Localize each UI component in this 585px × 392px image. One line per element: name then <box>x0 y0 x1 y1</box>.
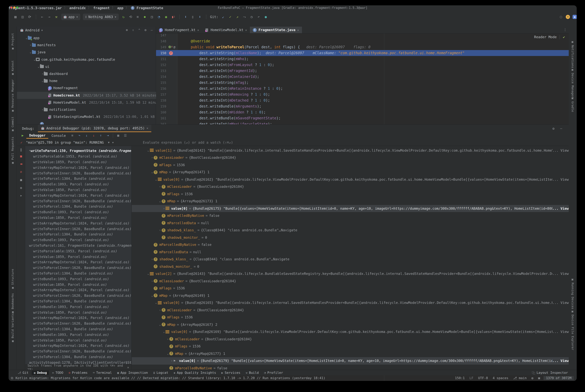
toolbar-item-debug[interactable]: ●Debug <box>32 370 49 375</box>
forward-icon[interactable]: → <box>47 14 51 19</box>
variable-row[interactable]: mParcelledByNative=false <box>132 241 569 248</box>
stack-frame[interactable]: writeToParcelInner:1620, BaseBundle(andr… <box>25 265 131 271</box>
tool-windows-icon[interactable]: ⧉ <box>11 376 13 380</box>
notifications-icon[interactable]: ▣ <box>537 376 541 380</box>
tab-homeviewmodel-kt[interactable]: HomeViewModel.kt✕ <box>202 27 250 33</box>
apply-code-changes-icon[interactable]: ≡ <box>135 14 140 19</box>
variable-row[interactable]: mParcelledByNative=false <box>132 364 569 370</box>
git-update-icon[interactable]: ↙ <box>221 14 225 19</box>
variable-row[interactable]: mFlags=1536 <box>132 161 569 168</box>
stack-frame[interactable]: writeValue:1859, Parcel(android.os) <box>25 159 131 165</box>
variable-row[interactable]: shadow$_monitor_=0 <box>132 263 569 270</box>
stack-frame[interactable]: writeArrayMapInternal:1024, Parcel(andro… <box>25 193 131 198</box>
sidebar-item-resource-manager[interactable]: ▣Resource Manager <box>10 79 14 112</box>
sidebar-item-structure[interactable]: ▣Structure <box>10 269 14 290</box>
stack-frame[interactable]: writeValue:1859, Parcel(android.os) <box>25 254 131 260</box>
close-icon[interactable]: ✕ <box>127 365 129 369</box>
run-to-cursor-icon[interactable]: ⇥ <box>105 134 111 138</box>
stack-frame[interactable]: writeBundle:1093, Parcel(android.os) <box>25 332 131 338</box>
toolbar-item-problems[interactable]: ⊖Problems <box>67 370 90 375</box>
tree-item-dashboard[interactable]: ›dashboard <box>17 70 156 77</box>
git-commit-icon[interactable]: ✓ <box>228 14 233 19</box>
update-icon[interactable]: ⬆ <box>566 15 570 19</box>
view-link[interactable]: ... View <box>552 359 569 363</box>
tab-homefragment-kt[interactable]: CHomeFragment.kt✕ <box>156 27 202 33</box>
tab-debugger[interactable]: Debugger <box>26 132 48 138</box>
expand-all-icon[interactable]: ⇳ <box>131 28 135 32</box>
close-icon[interactable]: ✕ <box>297 28 299 32</box>
run-config-select[interactable]: 🤖app▾ <box>61 14 80 20</box>
git-push-icon[interactable]: ↗ <box>235 14 240 19</box>
open-icon[interactable]: ▤ <box>13 14 17 19</box>
stack-frame[interactable]: writeValue:1850, Parcel(android.os) <box>25 337 131 343</box>
variable-row[interactable]: ⌄value[0]={Bundle@26162} "Bundle[{androi… <box>132 176 569 183</box>
variable-row[interactable]: ⌄mMap={ArrayMap@26167} 2 <box>132 321 569 328</box>
chevron-icon[interactable]: ⌄ <box>146 149 150 152</box>
back-icon[interactable]: ← <box>40 14 44 19</box>
override-marker-icon[interactable]: ɪ↑@ <box>169 45 173 49</box>
stack-frame[interactable]: writeToParcel:1304, Bundle(android.os) <box>25 176 131 182</box>
chevron-icon[interactable]: ⌄ <box>150 171 154 174</box>
git-history-icon[interactable]: ◷ <box>249 14 254 19</box>
variable-row[interactable]: mParcelledData=null <box>132 248 569 256</box>
toolbar-item-terminal[interactable]: ⌨Terminal <box>91 370 114 375</box>
show-execution-point-icon[interactable]: ≡ <box>69 134 76 138</box>
chevron-icon[interactable]: ⌄ <box>158 323 162 326</box>
toolbar-item-build[interactable]: ⚒Build <box>244 370 261 375</box>
chevron-icon[interactable]: ⌄ <box>37 65 40 68</box>
chevron-icon[interactable]: › <box>158 185 162 188</box>
stack-frame[interactable]: writeBundle:1093, Parcel(android.os) <box>25 210 131 215</box>
stack-frame[interactable]: writeToParcelInner:1620, BaseBundle(andr… <box>25 348 131 354</box>
evaluate-expression-icon[interactable]: ▦ <box>115 134 121 138</box>
stack-frame[interactable]: writeToParcel:1304, Bundle(android.os) <box>25 204 131 210</box>
device-manager-icon[interactable]: ▯ <box>190 14 195 19</box>
variable-row[interactable]: mFlags=1536 <box>132 343 569 350</box>
stack-frame[interactable]: writeToParcel:1304, Bundle(android.os) <box>25 326 131 332</box>
toolbar-item-logcat[interactable]: ≣Logcat <box>151 370 170 375</box>
tree-item-java[interactable]: ⌄java <box>17 49 156 56</box>
variable-row[interactable]: ›mClassLoader={BootClassLoader@26104} <box>132 278 569 285</box>
git-rollback-icon[interactable]: ⤳ <box>242 14 247 19</box>
chevron-icon[interactable]: ⌄ <box>166 352 169 355</box>
navigate-link[interactable]: Navigate <box>281 228 297 232</box>
stack-frame[interactable]: writeArrayMapInternal:1024, Parcel(andro… <box>25 343 131 348</box>
fold-icon[interactable]: ▽ <box>174 46 176 48</box>
tab-fragmentstate-java[interactable]: CFragmentState.java✕ <box>250 27 302 33</box>
sidebar-item-device-file-explorer[interactable]: ▣Device File Explorer <box>571 310 575 350</box>
tree-item-com-github-keithyokoma-poc-fatbundle[interactable]: ⌄com.github.keithyokoma.poc.fatbundle <box>17 56 156 63</box>
variable-row[interactable]: ›mClassLoader={BootClassLoader@26104} <box>132 336 569 343</box>
apply-changes-icon[interactable]: ⟲ <box>128 14 133 19</box>
variable-row[interactable]: ›shadow$_klass_={Class@8344} "class andr… <box>132 256 569 263</box>
profile-low-overhead-icon[interactable]: ◉ <box>164 14 168 19</box>
view-link[interactable]: ... View <box>552 301 569 305</box>
stack-frame[interactable]: writeToParcelInner:1620, BaseBundle(andr… <box>25 293 131 298</box>
step-out-icon[interactable]: ↑ <box>97 134 104 138</box>
stack-frame[interactable]: writeToParcel:1304, Bundle(android.os) <box>25 354 131 360</box>
indent-style[interactable]: 4 spaces <box>492 376 510 380</box>
toolbar-item-git[interactable]: ⎇Git <box>15 370 30 375</box>
variable-row[interactable]: mFlags=1536 <box>132 190 569 198</box>
run-icon[interactable]: ↻ <box>121 14 126 19</box>
screenshot-icon[interactable]: ▣ <box>17 178 25 182</box>
evaluate-expression-input[interactable]: Evaluate expression (↵) or add a watch (… <box>143 140 233 144</box>
stack-frame[interactable]: writeValue:1850, Parcel(android.os) <box>25 187 131 193</box>
view-link[interactable]: ... View <box>552 206 569 210</box>
stack-frame[interactable]: writeToParcel:1304, Bundle(android.os) <box>25 232 131 237</box>
toolbar-item-services[interactable]: ▶Services <box>219 370 242 375</box>
variable-row[interactable]: ⌄value[2]={Bundle@26143} "Bundle[{androi… <box>132 270 569 278</box>
chevron-icon[interactable]: ⌄ <box>25 36 28 40</box>
close-icon[interactable]: ✕ <box>197 28 199 32</box>
view-link[interactable]: ... View <box>552 272 569 276</box>
variable-row[interactable]: ›value[0]={Bundle@26175} "Bundle[{values… <box>132 205 569 212</box>
variable-row[interactable]: ⌄value[1]={Bundle@26142} "Bundle[{androi… <box>132 147 569 154</box>
chevron-icon[interactable]: › <box>41 72 44 75</box>
variable-row[interactable]: mParcelledByNative=false <box>132 212 569 219</box>
sidebar-item-pull-requests[interactable]: ▣Pull Requests <box>10 137 14 165</box>
chevron-icon[interactable]: › <box>158 229 162 232</box>
chevron-icon[interactable]: › <box>170 360 173 362</box>
hide-icon[interactable]: — <box>149 28 154 32</box>
mute-breakpoints-icon[interactable]: ⊘ <box>17 170 25 174</box>
close-icon[interactable]: ✕ <box>146 126 148 130</box>
variable-row[interactable]: mParcelledData=null <box>132 219 569 226</box>
variable-row[interactable]: ⌄mMap={ArrayMap@26147} 1 <box>132 168 569 176</box>
